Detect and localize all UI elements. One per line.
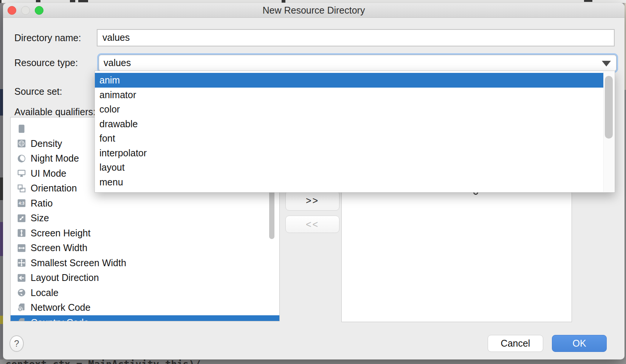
background-artifact bbox=[70, 0, 75, 2]
qualifier-item-label: Density bbox=[31, 138, 62, 149]
help-button[interactable]: ? bbox=[9, 335, 24, 352]
background-artifact bbox=[584, 0, 592, 2]
screen-width-icon bbox=[17, 243, 26, 253]
qualifier-item-label: Orientation bbox=[31, 183, 77, 194]
dropdown-scrollbar-thumb[interactable] bbox=[605, 76, 613, 139]
qualifier-item-size[interactable]: Size bbox=[11, 211, 279, 226]
chevron-down-icon bbox=[602, 61, 611, 66]
qualifier-item-label: Locale bbox=[31, 287, 59, 298]
qualifier-item-ratio[interactable]: 4:3Ratio bbox=[11, 196, 279, 211]
background-artifact bbox=[0, 177, 3, 200]
qualifier-item-smallest-screen-width[interactable]: Smallest Screen Width bbox=[11, 256, 279, 271]
remove-qualifier-button[interactable]: << bbox=[285, 216, 339, 233]
country-code-icon bbox=[17, 318, 26, 321]
dropdown-option-layout[interactable]: layout bbox=[95, 160, 604, 175]
qualifier-item-country-code[interactable]: Country Code bbox=[11, 315, 279, 322]
background-artifact bbox=[0, 0, 2, 3]
dropdown-option-interpolator[interactable]: interpolator bbox=[95, 146, 604, 160]
resource-type-combobox[interactable]: values bbox=[99, 55, 617, 71]
background-artifact bbox=[282, 0, 285, 3]
orientation-icon bbox=[17, 184, 26, 193]
cut-item-icon bbox=[17, 124, 26, 134]
background-artifact bbox=[0, 316, 3, 324]
directory-name-value: values bbox=[98, 30, 614, 45]
dropdown-scrollbar-track[interactable] bbox=[603, 71, 614, 192]
add-qualifier-button[interactable]: >> bbox=[285, 191, 339, 211]
qualifier-item-label: Ratio bbox=[31, 198, 53, 209]
resource-type-dropdown-popup: animanimatorcolordrawablefontinterpolato… bbox=[95, 71, 615, 193]
help-label: ? bbox=[14, 338, 19, 349]
size-icon bbox=[17, 213, 26, 223]
resource-type-label: Resource type: bbox=[14, 57, 78, 68]
qualifier-item-label: Layout Direction bbox=[31, 272, 99, 283]
ui-mode-icon bbox=[17, 168, 26, 178]
background-artifact bbox=[78, 0, 88, 2]
layout-direction-icon bbox=[17, 273, 26, 283]
available-qualifiers-label: Available qualifiers: bbox=[14, 106, 96, 117]
ratio-icon: 4:3 bbox=[17, 198, 26, 208]
ok-button[interactable]: OK bbox=[552, 335, 607, 352]
svg-text:4:3: 4:3 bbox=[19, 201, 25, 205]
qualifier-item-label: Screen Width bbox=[31, 242, 87, 253]
background-right-strip bbox=[624, 3, 626, 359]
qualifier-item-screen-height[interactable]: Screen Height bbox=[11, 226, 279, 241]
background-left-strip bbox=[0, 3, 3, 359]
cancel-button[interactable]: Cancel bbox=[488, 335, 543, 352]
directory-name-input[interactable]: values bbox=[97, 29, 615, 46]
density-icon bbox=[17, 139, 26, 148]
qualifier-item-label: Size bbox=[31, 213, 49, 224]
dropdown-option-menu[interactable]: menu bbox=[95, 175, 604, 190]
background-artifact bbox=[624, 3, 626, 90]
qualifier-item-label: Smallest Screen Width bbox=[31, 258, 126, 268]
dropdown-option-animator[interactable]: animator bbox=[95, 88, 604, 102]
dropdown-option-anim[interactable]: anim bbox=[95, 73, 604, 88]
new-resource-directory-dialog: New Resource Directory Directory name: v… bbox=[3, 3, 624, 359]
dropdown-option-font[interactable]: font bbox=[95, 131, 604, 146]
background-top-strip bbox=[0, 0, 626, 3]
qualifier-item-label: Country Code bbox=[31, 317, 89, 321]
smallest-screen-width-icon bbox=[17, 258, 26, 268]
zoom-button[interactable] bbox=[35, 6, 43, 15]
locale-icon bbox=[17, 288, 26, 298]
qualifier-item-screen-width[interactable]: Screen Width bbox=[11, 241, 279, 256]
qualifier-item-network-code[interactable]: Network Code bbox=[11, 300, 279, 315]
dropdown-option-color[interactable]: color bbox=[95, 102, 604, 117]
window-title: New Resource Directory bbox=[3, 3, 624, 17]
background-code-strip: context ctx = MainActivity.this)/ bbox=[0, 359, 626, 364]
qualifier-item-label: Screen Height bbox=[31, 228, 90, 239]
qualifier-item-layout-direction[interactable]: Layout Direction bbox=[11, 270, 279, 285]
traffic-lights bbox=[8, 3, 43, 17]
source-set-label: Source set: bbox=[14, 86, 62, 97]
background-artifact bbox=[0, 222, 3, 256]
minimize-button[interactable] bbox=[21, 6, 30, 15]
qualifier-item-label: Network Code bbox=[31, 302, 90, 313]
night-mode-icon bbox=[17, 154, 26, 163]
screen-height-icon bbox=[17, 228, 26, 238]
dropdown-option-drawable[interactable]: drawable bbox=[95, 117, 604, 131]
qualifier-item-locale[interactable]: Locale bbox=[11, 285, 279, 301]
background-artifact bbox=[36, 0, 40, 2]
resource-type-value: values bbox=[99, 55, 616, 71]
network-code-icon bbox=[17, 303, 26, 313]
background-artifact bbox=[0, 89, 3, 116]
background-code-text: context ctx = MainActivity.this)/ bbox=[5, 359, 201, 364]
titlebar[interactable]: New Resource Directory bbox=[3, 3, 624, 18]
close-button[interactable] bbox=[8, 6, 16, 15]
screen: context ctx = MainActivity.this)/ New Re… bbox=[0, 0, 626, 364]
directory-name-label: Directory name: bbox=[14, 32, 81, 43]
qualifier-item-label: UI Mode bbox=[31, 168, 66, 179]
qualifier-item-label: Night Mode bbox=[31, 153, 79, 164]
